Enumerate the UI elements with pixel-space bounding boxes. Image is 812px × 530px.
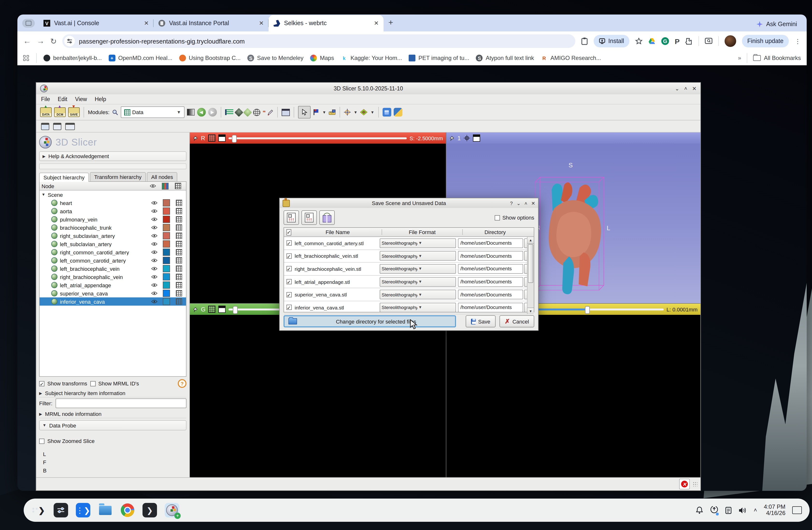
file-checkbox[interactable]: ✓ <box>286 266 291 271</box>
node-color-swatch[interactable] <box>163 257 170 264</box>
node-row[interactable]: heart <box>40 199 186 207</box>
table-scrollbar[interactable]: ▲ ▼ <box>527 237 534 314</box>
histogram-icon[interactable] <box>187 109 194 115</box>
visibility-eye-icon[interactable] <box>151 291 157 295</box>
module-forward-button[interactable]: ▶ <box>208 108 217 116</box>
grammarly-extension-icon[interactable]: G <box>661 37 669 45</box>
close-tab-icon[interactable]: ✕ <box>374 20 379 27</box>
screen-search-icon[interactable] <box>705 38 712 44</box>
volume-icon[interactable] <box>739 506 747 514</box>
save-scene-button[interactable] <box>284 210 299 225</box>
files-app-icon[interactable] <box>98 503 113 517</box>
annotate-pen-icon[interactable] <box>267 109 273 115</box>
apps-grid-icon[interactable] <box>23 55 29 61</box>
node-row[interactable]: pulmonary_vein <box>40 215 186 223</box>
red-layout-icon[interactable] <box>218 135 225 142</box>
visibility-eye-icon[interactable] <box>151 234 157 238</box>
display-icon[interactable] <box>792 506 802 514</box>
file-name-header[interactable]: File Name <box>294 229 382 235</box>
screen-capture-icon[interactable] <box>281 109 290 116</box>
show-options-checkbox[interactable] <box>495 215 500 220</box>
visibility-eye-icon[interactable] <box>151 225 157 230</box>
bookmark-item[interactable]: R AMIGO Research... <box>541 55 601 61</box>
file-format-header[interactable]: File Format <box>382 229 462 235</box>
node-color-swatch[interactable] <box>163 240 170 248</box>
file-checkbox[interactable]: ✓ <box>286 305 291 310</box>
data-probe-section[interactable]: ▼Data Probe <box>39 420 187 430</box>
scene-root-row[interactable]: ▼Scene <box>40 191 186 199</box>
bookmark-item[interactable]: Maps <box>310 55 334 61</box>
crosshair-dropdown[interactable]: ▼ <box>353 110 358 114</box>
file-format-combobox[interactable]: Stereolithography Mesh (.stl)▼ <box>380 264 456 274</box>
remote-app-icon[interactable]: ⋮❯ <box>76 503 90 517</box>
mouse-mode-button[interactable] <box>298 106 310 118</box>
tab-transform-hierarchy[interactable]: Transform hierarchy <box>90 172 146 181</box>
profile-avatar[interactable] <box>725 35 736 47</box>
file-checkbox[interactable]: ✓ <box>286 253 291 259</box>
tray-expand-chevron[interactable]: ˄ <box>754 507 757 514</box>
module-history-icon[interactable] <box>225 109 233 115</box>
dialog-shade-icon[interactable]: ⌄ <box>517 200 521 206</box>
visibility-eye-icon[interactable] <box>151 299 157 304</box>
p-extension-icon[interactable]: P <box>675 37 680 45</box>
bookmark-star-icon[interactable] <box>635 38 642 45</box>
menu-item[interactable]: File <box>41 96 50 102</box>
node-color-swatch[interactable] <box>163 224 170 231</box>
node-row[interactable]: aorta <box>40 207 186 215</box>
threeD-center-icon[interactable] <box>463 135 470 141</box>
node-row[interactable]: right_common_carotid_artery <box>40 248 186 256</box>
module-search-icon[interactable] <box>112 109 118 115</box>
node-row[interactable]: left_subclavian_artery <box>40 240 186 248</box>
terminal-app-icon[interactable]: ❯ <box>143 503 157 517</box>
resize-grip[interactable] <box>693 482 697 487</box>
new-tab-button[interactable]: + <box>388 18 393 28</box>
node-table-icon[interactable] <box>176 249 182 255</box>
scroll-down-icon[interactable]: ▼ <box>527 307 534 314</box>
markups-icon[interactable]: ** <box>263 109 265 115</box>
node-color-swatch[interactable] <box>163 199 170 207</box>
save-package-button[interactable] <box>319 210 335 225</box>
clock[interactable]: 4:07 PM 4/16/26 <box>764 504 785 516</box>
settings-app-icon[interactable] <box>54 503 68 517</box>
node-color-swatch[interactable] <box>163 265 170 272</box>
file-row[interactable]: ✓ inferior_vena_cava.stl Stereolithograp… <box>284 301 534 314</box>
node-color-swatch[interactable] <box>163 273 170 280</box>
bookmark-item[interactable]: + OpenMD.com Heal... <box>108 55 172 61</box>
node-table-icon[interactable] <box>176 224 182 231</box>
ruler-icon[interactable] <box>329 109 336 115</box>
node-row[interactable]: left_common_carotid_artery <box>40 256 186 265</box>
file-row[interactable]: ✓ superior_vena_cava.stl Stereolithograp… <box>284 289 534 301</box>
file-format-combobox[interactable]: Stereolithography Mesh (.stl)▼ <box>380 251 456 261</box>
node-color-swatch[interactable] <box>163 232 170 239</box>
directory-field[interactable]: /home/user/Documents <box>458 303 523 312</box>
error-log-button[interactable]: ✕ <box>679 479 690 489</box>
visibility-eye-icon[interactable] <box>151 250 157 254</box>
scroll-thumb[interactable] <box>528 244 533 283</box>
place-markup-dropdown[interactable]: ▼ <box>322 110 326 114</box>
select-all-checkbox[interactable]: ✓ <box>287 229 291 236</box>
file-checkbox[interactable]: ✓ <box>286 279 291 284</box>
node-row[interactable]: right_brachiocephalic_vein <box>40 273 186 281</box>
node-table-icon[interactable] <box>176 282 182 288</box>
close-tab-icon[interactable]: ✕ <box>259 20 264 27</box>
directory-field[interactable]: /home/user/Documents <box>458 290 523 299</box>
node-table-icon[interactable] <box>176 200 182 206</box>
bookmark-item[interactable]: S Atypon full text link <box>476 55 534 61</box>
green-slider-handle[interactable] <box>233 306 238 313</box>
red-slice-slider[interactable] <box>228 137 406 139</box>
file-format-combobox[interactable]: Stereolithography Mesh (.stl)▼ <box>380 277 456 287</box>
node-row[interactable]: left_brachiocephalic_vein <box>40 265 186 273</box>
visibility-eye-icon[interactable] <box>151 275 157 279</box>
show-mrml-ids-checkbox[interactable] <box>90 381 96 386</box>
compare-views-icon[interactable] <box>65 123 75 130</box>
file-row[interactable]: ✓ left_atrial_appendage.stl Stereolithog… <box>284 276 534 289</box>
slice-intersections-icon[interactable] <box>360 109 367 115</box>
save-button[interactable]: Save <box>466 315 496 327</box>
extensions-cube-dark-icon[interactable] <box>234 108 243 117</box>
yellow-slider-handle[interactable] <box>585 306 590 313</box>
bookmark-item[interactable]: PET imaging of tu... <box>409 55 469 61</box>
file-row[interactable]: ✓ left_brachiocephalic_vein.stl Stereoli… <box>284 250 534 263</box>
red-slider-handle[interactable] <box>232 135 237 142</box>
minimize-icon[interactable]: ⌄ <box>675 85 679 92</box>
save-data-files-button[interactable] <box>301 210 317 225</box>
